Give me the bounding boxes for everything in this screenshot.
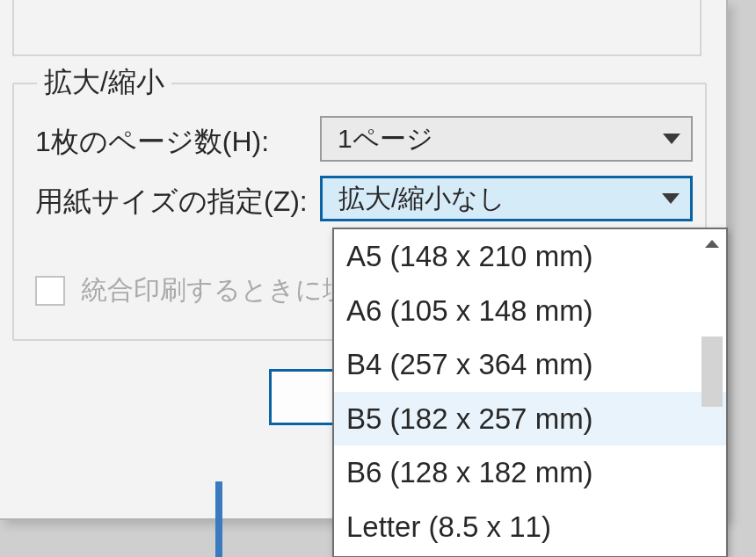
chevron-up-icon: [705, 240, 719, 248]
paper-size-option[interactable]: Legal (8.5 x 14): [334, 553, 726, 556]
paper-size-combo[interactable]: 拡大/縮小なし: [320, 176, 693, 221]
chevron-down-icon: [663, 134, 680, 144]
paper-size-option[interactable]: B4 (257 x 364 mm): [334, 337, 726, 392]
scroll-thumb[interactable]: [701, 336, 723, 407]
paper-size-option[interactable]: B5 (182 x 257 mm): [334, 392, 726, 446]
paper-size-dropdown: A5 (148 x 210 mm)A6 (105 x 148 mm)B4 (25…: [332, 228, 728, 557]
scale-group-title: 拡大/縮小: [37, 63, 171, 102]
checkbox-box: [35, 276, 65, 306]
pages-per-sheet-label: 1枚のページ数(H):: [35, 123, 269, 162]
paper-size-option[interactable]: A6 (105 x 148 mm): [334, 284, 726, 338]
scroll-up-button[interactable]: [700, 231, 724, 256]
merge-print-checkbox: 統合印刷するときに境: [35, 272, 349, 308]
paper-size-label: 用紙サイズの指定(Z):: [35, 183, 308, 221]
pages-combo-value: 1ページ: [338, 121, 433, 157]
pages-per-sheet-combo[interactable]: 1ページ: [320, 116, 693, 162]
size-combo-value: 拡大/縮小なし: [338, 181, 505, 217]
chevron-down-icon: [662, 193, 680, 204]
paper-size-option[interactable]: Letter (8.5 x 11): [334, 500, 726, 554]
paper-size-option[interactable]: B6 (128 x 182 mm): [334, 445, 726, 500]
upper-panel: [12, 0, 701, 56]
dropdown-scrollbar[interactable]: [700, 231, 724, 554]
decorative-fragment: [215, 481, 222, 557]
paper-size-option[interactable]: A5 (148 x 210 mm): [334, 229, 726, 284]
merge-print-label: 統合印刷するときに境: [81, 272, 349, 308]
